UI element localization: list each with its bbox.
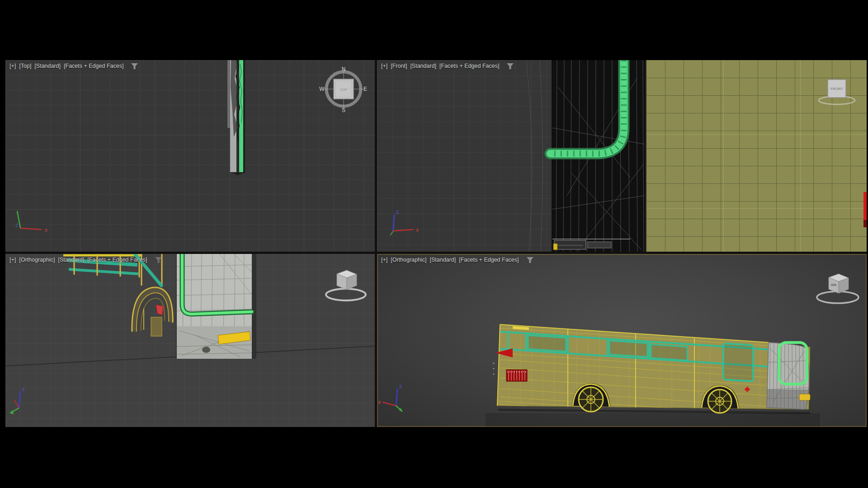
axis-z-label: z <box>396 209 399 215</box>
ground-shade <box>486 413 820 427</box>
viewport-ortho-closeup[interactable]: z [+] [Orthographic] [Standard] [Facets … <box>5 254 375 427</box>
viewport-menu-general[interactable]: [+] <box>381 257 387 263</box>
viewport-menu-pov[interactable]: [Orthographic] <box>391 257 426 263</box>
viewport-menu-general[interactable]: [+] <box>9 63 16 69</box>
vertex-ticks <box>493 363 495 375</box>
viewport-menu-pov[interactable]: [Top] <box>19 63 31 69</box>
red-marker[interactable] <box>156 305 163 315</box>
compass-south[interactable]: S <box>342 107 345 113</box>
compass-north[interactable]: N <box>342 66 346 72</box>
viewport-menu-pov[interactable]: [Front] <box>391 63 407 69</box>
emblem <box>202 347 210 353</box>
axis-gizmo: x z <box>15 211 47 233</box>
compass-west[interactable]: W <box>319 86 325 92</box>
viewcube-front-face-label: FRONT <box>830 87 843 91</box>
viewport-menu-renderer[interactable]: [Standard] <box>34 63 61 69</box>
axis-x-label: x <box>416 227 419 233</box>
viewport-quad-stage: TOP N S W E x z [+] [Top] [Standard] [Fa… <box>5 60 867 427</box>
viewcube[interactable] <box>326 270 366 300</box>
compass-east[interactable]: E <box>363 86 367 92</box>
viewport-menu-renderer[interactable]: [Standard] <box>429 257 456 263</box>
viewport-menu-renderer[interactable]: [Standard] <box>410 63 436 69</box>
bus-model-top-view[interactable] <box>227 60 245 175</box>
viewport-front[interactable]: FRONT x z [+] [Front] [Standard] [Facets… <box>377 60 867 252</box>
viewport-menu-renderer[interactable]: [Standard] <box>58 257 84 263</box>
viewport-menu-general[interactable]: [+] <box>9 257 16 263</box>
bus-wheel-arch[interactable] <box>132 287 173 336</box>
axis-z-label: z <box>15 222 18 228</box>
per-view-filter-icon[interactable] <box>155 257 162 263</box>
viewport-menu-shading[interactable]: [Facets + Edged Faces] <box>459 257 519 263</box>
axis-gizmo: x z <box>390 209 419 235</box>
viewcube[interactable]: TOP N S W E <box>319 66 367 113</box>
red-highlight-edge[interactable] <box>863 192 867 227</box>
axis-gizmo: z <box>10 386 25 414</box>
viewport-ortho-closeup-label[interactable]: [+] [Orthographic] [Standard] [Facets + … <box>9 257 162 263</box>
viewcube[interactable]: FRONT <box>819 80 855 104</box>
bus-selected-edge-loop[interactable] <box>550 60 624 154</box>
per-view-filter-icon[interactable] <box>507 63 514 69</box>
viewport-ortho-full[interactable]: x z [+] [Orthographic] [Standard] [Facet… <box>377 254 867 427</box>
viewport-menu-shading[interactable]: [Facets + Edged Faces] <box>87 257 147 263</box>
viewcube-face-label-smudge <box>831 284 836 286</box>
axis-z-label: z <box>22 386 25 392</box>
viewport-top-label[interactable]: [+] [Top] [Standard] [Facets + Edged Fac… <box>9 63 138 69</box>
viewport-menu-shading[interactable]: [Facets + Edged Faces] <box>64 63 123 69</box>
bus-front-panel[interactable] <box>176 254 256 359</box>
viewport-front-label[interactable]: [+] [Front] [Standard] [Facets + Edged F… <box>381 63 514 69</box>
axis-x-label: x <box>45 227 47 233</box>
axis-x-label: x <box>378 399 381 405</box>
bus-front-cap[interactable] <box>767 343 810 409</box>
viewport-menu-general[interactable]: [+] <box>381 63 387 69</box>
viewcube[interactable] <box>817 274 859 303</box>
viewport-menu-shading[interactable]: [Facets + Edged Faces] <box>439 63 499 69</box>
front-plate[interactable] <box>799 394 810 400</box>
axis-gizmo: x z <box>378 383 402 412</box>
viewport-top[interactable]: TOP N S W E x z [+] [Top] [Standard] [Fa… <box>5 60 375 252</box>
viewport-ortho-full-label[interactable]: [+] [Orthographic] [Standard] [Facets + … <box>381 257 533 263</box>
axis-z-label: z <box>399 383 402 389</box>
ground-shadow <box>498 410 810 413</box>
per-view-filter-icon[interactable] <box>131 63 138 69</box>
viewcube-top-face-label: TOP <box>340 88 347 92</box>
per-view-filter-icon[interactable] <box>527 257 533 263</box>
viewport-menu-pov[interactable]: [Orthographic] <box>19 257 55 263</box>
bus-dashboard-geometry[interactable] <box>552 239 630 250</box>
